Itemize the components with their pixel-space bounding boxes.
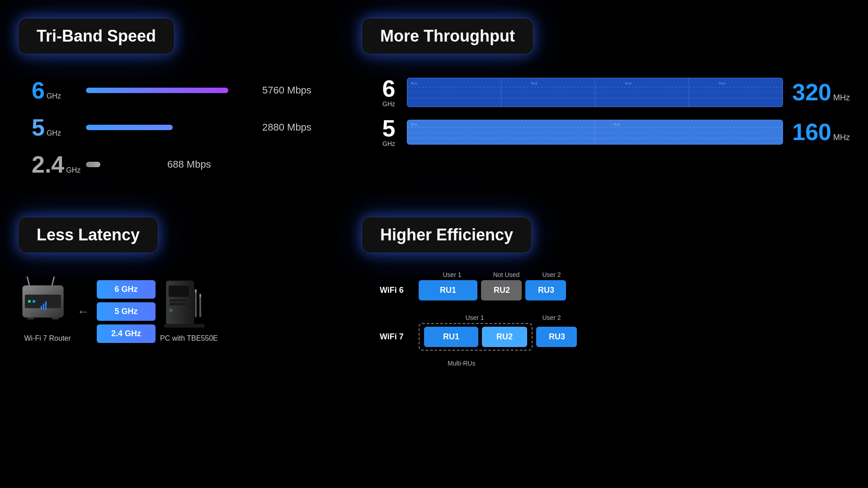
throughput-row-6ghz: 6 GHz RU1 xyxy=(380,77,850,108)
band-speed-24ghz: 688 Mbps xyxy=(167,159,231,170)
wifi7-dashed-group: RU1 RU2 xyxy=(419,323,533,351)
channel-viz-5ghz: RU1 RU2 xyxy=(407,120,783,145)
latency-title: Less Latency xyxy=(37,225,140,244)
wifi7-label: WiFi 7 xyxy=(380,332,411,342)
wifi7-row: WiFi 7 RU1 RU2 RU3 xyxy=(380,323,850,351)
svg-rect-36 xyxy=(195,289,197,293)
band-unit-24: GHz xyxy=(66,166,80,174)
svg-text:RU1: RU1 xyxy=(411,123,417,126)
svg-rect-30 xyxy=(169,286,189,297)
pc-label: PC with TBE550E xyxy=(160,334,218,343)
router-section: Wi-Fi 7 Router xyxy=(18,277,77,343)
latency-title-badge: Less Latency xyxy=(18,217,158,253)
band-label-24ghz: 2.4 GHz xyxy=(32,151,77,178)
mhz-label-5ghz: 160 MHz xyxy=(792,120,850,144)
band-stack: 6 GHz 5 GHz 2.4 GHz xyxy=(97,280,156,343)
bar-5ghz xyxy=(86,125,173,130)
pc-section: PC with TBE550E xyxy=(160,277,218,343)
wifi6-notused-label: Not Used xyxy=(484,271,529,278)
latency-section: Less Latency xyxy=(0,199,344,488)
band-num-6: 6 xyxy=(32,77,45,104)
throughput-ghz-6: 6 GHz xyxy=(380,77,398,108)
throughput-num-6: 6 xyxy=(380,77,398,100)
router-icon xyxy=(18,277,77,331)
svg-rect-38 xyxy=(199,294,201,297)
wifi6-ru1: RU1 xyxy=(419,280,477,300)
latency-content: Wi-Fi 7 Router ← 6 GHz 5 GHz 2.4 GHz xyxy=(18,276,326,343)
wifi7-ru2: RU2 xyxy=(482,327,527,347)
wifi6-user2-label: User 2 xyxy=(529,271,574,278)
throughput-section: More Throughput 6 GHz xyxy=(344,0,868,199)
svg-point-22 xyxy=(33,300,35,303)
svg-text:RU1: RU1 xyxy=(411,82,417,85)
channel-viz-6ghz: RU1 RU2 RU3 RU4 xyxy=(407,78,783,107)
svg-rect-35 xyxy=(195,290,197,317)
svg-point-21 xyxy=(28,300,31,303)
bar-container-6ghz xyxy=(86,88,253,93)
wifi7-user-labels: User 1 User 2 xyxy=(420,314,850,321)
throughput-row-5ghz: 5 GHz RU1 RU2 160 MHz xyxy=(380,117,850,147)
svg-text:RU2: RU2 xyxy=(531,82,538,85)
svg-line-19 xyxy=(52,277,54,286)
mhz-unit-5: MHz xyxy=(833,133,850,142)
svg-text:RU3: RU3 xyxy=(625,82,632,85)
throughput-title: More Throughput xyxy=(380,27,515,45)
latency-bands-middle: ← 6 GHz 5 GHz 2.4 GHz xyxy=(77,276,160,343)
wifi6-label: WiFi 6 xyxy=(380,286,411,295)
wifi7-ru3: RU3 xyxy=(536,327,577,347)
throughput-unit-6: GHz xyxy=(380,100,398,108)
svg-text:RU4: RU4 xyxy=(719,82,725,85)
throughput-num-5: 5 xyxy=(380,117,398,140)
efficiency-content: User 1 Not Used User 2 WiFi 6 RU1 RU2 RU… xyxy=(362,271,850,367)
bar-container-24ghz xyxy=(86,162,158,167)
throughput-content: 6 GHz RU1 xyxy=(362,77,850,147)
band-label-5ghz: 5 GHz xyxy=(32,114,77,141)
router-label: Wi-Fi 7 Router xyxy=(24,334,71,343)
page: Tri-Band Speed 6 GHz 5760 Mbps 5 GHz xyxy=(0,0,868,488)
wifi6-user1-label: User 1 xyxy=(420,271,484,278)
efficiency-title-badge: Higher Efficiency xyxy=(362,217,532,253)
efficiency-section: Higher Efficiency User 1 Not Used User 2… xyxy=(344,199,868,488)
svg-rect-26 xyxy=(27,317,34,319)
svg-rect-23 xyxy=(41,306,42,310)
svg-rect-33 xyxy=(170,299,187,302)
svg-rect-27 xyxy=(52,317,59,319)
band-speed-5ghz: 2880 Mbps xyxy=(262,122,326,133)
band-chip-6ghz: 6 GHz xyxy=(97,280,156,299)
band-chip-5ghz: 5 GHz xyxy=(97,302,156,321)
svg-rect-37 xyxy=(199,295,201,317)
triband-title-badge: Tri-Band Speed xyxy=(18,18,175,54)
band-row-5ghz: 5 GHz 2880 Mbps xyxy=(32,114,326,141)
wifi7-user1-label: User 1 xyxy=(420,314,529,321)
wifi6-block: User 1 Not Used User 2 WiFi 6 RU1 RU2 RU… xyxy=(380,271,850,300)
pc-icon xyxy=(164,277,214,331)
svg-text:RU2: RU2 xyxy=(614,123,620,126)
band-row-24ghz: 2.4 GHz 688 Mbps xyxy=(32,151,326,178)
efficiency-title: Higher Efficiency xyxy=(380,225,513,244)
band-label-6ghz: 6 GHz xyxy=(32,77,77,104)
multi-ru-label: Multi-RUs xyxy=(420,360,850,367)
wifi7-user2-label: User 2 xyxy=(529,314,574,321)
wifi6-row: WiFi 6 RU1 RU2 RU3 xyxy=(380,280,850,300)
mhz-unit-6: MHz xyxy=(833,93,850,103)
bar-container-5ghz xyxy=(86,125,253,130)
triband-content: 6 GHz 5760 Mbps 5 GHz 2880 Mbps xyxy=(18,77,326,178)
mhz-label-6ghz: 320 MHz xyxy=(792,80,850,104)
band-chip-24ghz: 2.4 GHz xyxy=(97,324,156,343)
channel-grid-5ghz: RU1 RU2 xyxy=(407,120,783,144)
throughput-ghz-5: 5 GHz xyxy=(380,117,398,147)
wifi7-block: User 1 User 2 WiFi 7 RU1 RU2 RU3 Multi-R… xyxy=(380,314,850,367)
mhz-num-6: 320 xyxy=(792,80,831,104)
wifi7-ru-wrapper: RU1 RU2 RU3 xyxy=(419,323,577,351)
wifi6-user-labels: User 1 Not Used User 2 xyxy=(420,271,850,278)
bar-24ghz xyxy=(86,162,100,167)
triband-section: Tri-Band Speed 6 GHz 5760 Mbps 5 GHz xyxy=(0,0,344,199)
mhz-num-5: 160 xyxy=(792,120,831,144)
svg-point-32 xyxy=(170,310,172,311)
svg-rect-34 xyxy=(170,303,187,305)
band-unit-6: GHz xyxy=(47,92,61,100)
bar-6ghz xyxy=(86,88,228,93)
wifi6-ru-container: RU1 RU2 RU3 xyxy=(419,280,566,300)
throughput-unit-5: GHz xyxy=(380,140,398,147)
band-speed-6ghz: 5760 Mbps xyxy=(262,84,326,96)
